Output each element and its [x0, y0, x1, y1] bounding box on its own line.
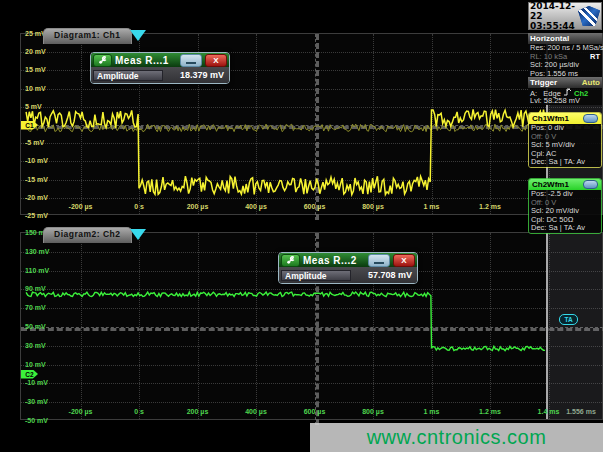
y-axis-label: -5 mV — [25, 139, 44, 146]
x-axis-label: -200 µs — [59, 408, 103, 415]
meas-popup-1-body: Amplitude 18.379 mV — [91, 67, 229, 83]
x-axis-label: 200 µs — [176, 408, 220, 415]
meas-popup-2-header[interactable]: Meas R...2 X — [279, 253, 417, 267]
x-axis-label: 1 ms — [410, 408, 454, 415]
y-axis-label: 110 mV — [25, 267, 49, 274]
x-axis-label: 1 ms — [410, 203, 454, 210]
meas-popup-1-title: Meas R...1 — [115, 55, 177, 66]
meas-popup-1-header[interactable]: Meas R...1 X — [91, 53, 229, 67]
trigger-level-marker[interactable]: TA — [559, 314, 578, 325]
trigger-panel[interactable]: Trigger Auto A: Edge Ch2 Lvl: 58.258 mV — [528, 77, 602, 105]
x-axis-label: -200 µs — [59, 203, 103, 210]
datetime-box: 2014-12-22 03:55:44 — [528, 2, 602, 30]
y-axis-label: 130 mV — [25, 248, 50, 255]
y-axis-label: -30 mV — [25, 398, 48, 405]
trigger-panel-title: Trigger — [530, 77, 557, 88]
meas-popup-2-title: Meas R...2 — [303, 255, 365, 266]
meas-popup-2[interactable]: Meas R...2 X Amplitude 57.708 mV — [278, 252, 418, 284]
x-axis-label: 1.2 ms — [468, 408, 512, 415]
trigger-position-marker-icon[interactable] — [130, 229, 146, 240]
meas-popup-2-body: Amplitude 57.708 mV — [279, 267, 417, 283]
minimize-button[interactable] — [180, 54, 202, 67]
meas-value: 18.379 mV — [163, 70, 227, 80]
meas-value: 57.708 mV — [351, 270, 415, 280]
y-axis-label: 30 mV — [25, 342, 46, 349]
meas-popup-1[interactable]: Meas R...1 X Amplitude 18.379 mV — [90, 52, 230, 84]
x-axis-label: 0 s — [117, 203, 161, 210]
ch1-waveform-panel[interactable]: Ch1Wfm1 Pos: 0 divOff: 0 VScl: 5 mV/divC… — [528, 112, 602, 168]
x-axis-label: 1.2 ms — [468, 203, 512, 210]
tab-diagram2[interactable]: Diagram2: Ch2 — [43, 227, 132, 243]
x-axis-label: 800 µs — [351, 203, 395, 210]
y-axis-label: -20 mV — [25, 194, 48, 201]
oscilloscope-screen: 25 mV20 mV15 mV10 mV5 mV-5 mV-10 mV-15 m… — [0, 0, 603, 452]
watermark: www.cntronics.com — [310, 423, 603, 452]
y-axis-label: -10 mV — [25, 379, 48, 386]
y-axis-label: 20 mV — [25, 48, 46, 55]
x-axis-label: 800 µs — [351, 408, 395, 415]
x-axis-label: 400 µs — [234, 203, 278, 210]
minimize-button[interactable] — [368, 254, 390, 267]
x-axis-label: 400 µs — [234, 408, 278, 415]
measurement-tool-icon[interactable] — [281, 254, 300, 267]
ch1-panel-title: Ch1Wfm1 — [532, 114, 569, 123]
y-axis-label: 50 mV — [25, 323, 46, 330]
horizontal-panel[interactable]: Horizontal Res: 200 ns / 5 MSa/sRL: 10 k… — [528, 33, 602, 78]
trigger-level-row: Lvl: 58.258 mV — [528, 97, 602, 106]
rohde-schwarz-logo-icon — [578, 6, 600, 26]
x-axis-label: 200 µs — [176, 203, 220, 210]
x-axis-label: 600 µs — [293, 408, 337, 415]
measurement-tool-icon[interactable] — [93, 54, 112, 67]
post-acquisition-zone — [546, 233, 602, 419]
x-axis-label: 0 s — [117, 408, 161, 415]
y-axis-label: 5 mV — [25, 103, 42, 110]
collapse-panel-icon[interactable] — [583, 180, 598, 189]
y-axis-label: 70 mV — [25, 304, 46, 311]
sidebar-row: Dec: Sa | TA: Av — [529, 224, 601, 233]
trigger-mode-badge: Auto — [582, 77, 600, 88]
ch2-waveform-panel[interactable]: Ch2Wfm1 Pos: -2.5 divOff: 0 VScl: 20 mV/… — [528, 178, 602, 234]
wrench-icon — [286, 256, 295, 265]
time-label: 03:55:44 — [530, 21, 578, 31]
ch2-panel-title: Ch2Wfm1 — [532, 180, 569, 189]
y-axis-label: -25 mV — [25, 212, 48, 219]
y-axis-label: -10 mV — [25, 157, 48, 164]
trigger-position-marker-icon[interactable] — [130, 30, 146, 41]
y-axis-label: 10 mV — [25, 85, 46, 92]
tab-diagram1[interactable]: Diagram1: Ch1 — [43, 28, 132, 44]
sidebar-row: Dec: Sa | TA: Av — [529, 158, 601, 167]
meas-parameter-label[interactable]: Amplitude — [93, 70, 163, 81]
y-axis-label: 10 mV — [25, 361, 46, 368]
date-label: 2014-12-22 — [530, 1, 578, 21]
x-axis-label: 600 µs — [293, 203, 337, 210]
y-axis-label: -15 mV — [25, 176, 48, 183]
meas-parameter-label[interactable]: Amplitude — [281, 270, 351, 281]
wrench-icon — [98, 56, 107, 65]
y-axis-label: -50 mV — [25, 417, 48, 424]
close-button[interactable]: X — [393, 254, 415, 267]
y-axis-label: 15 mV — [25, 66, 46, 73]
close-button[interactable]: X — [205, 54, 227, 67]
collapse-panel-icon[interactable] — [583, 114, 598, 123]
record-end-time-label: 1.556 ms — [559, 408, 603, 415]
y-axis-label: 90 mV — [25, 285, 46, 292]
